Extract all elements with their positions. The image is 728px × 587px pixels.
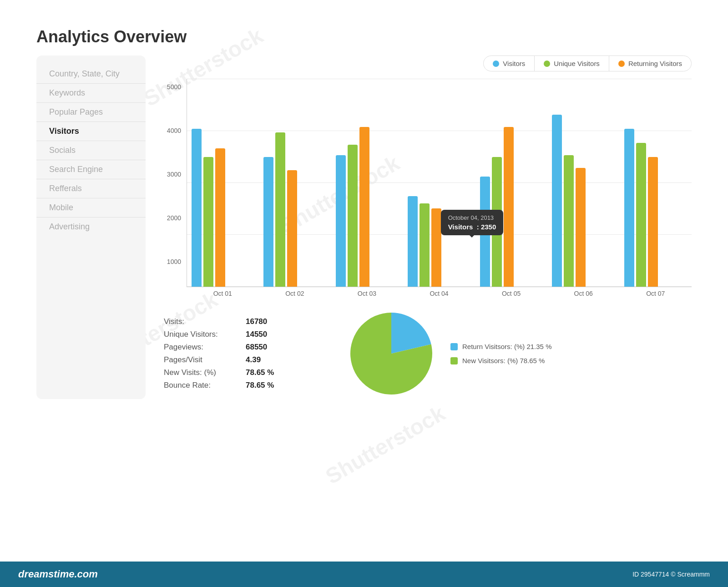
- bar-orange-4: [504, 127, 514, 287]
- pie-legend-item-1: New Visitsors: (%) 78.65 %: [450, 357, 551, 364]
- chart-tooltip: October 04, 2013Visitors : 2350: [441, 210, 504, 235]
- x-label-0: Oct 01: [187, 290, 259, 297]
- legend-label-0: Visitors: [503, 60, 525, 67]
- sidebar-item-popular-pages[interactable]: Popular Pages: [36, 103, 146, 122]
- sidebar-item-visitors[interactable]: Visitors: [36, 122, 146, 141]
- x-label-2: Oct 03: [331, 290, 403, 297]
- stat-label-0: Visits:: [164, 317, 246, 326]
- chart-legend: VisitorsUnique VisitorsReturning Visitor…: [164, 56, 692, 71]
- sidebar-item-country--state--city[interactable]: Country, State, City: [36, 65, 146, 84]
- legend-dot-0: [493, 61, 499, 67]
- pie-chart: [346, 308, 437, 399]
- sidebar-item-socials[interactable]: Socials: [36, 141, 146, 160]
- bar-orange-3: [431, 208, 441, 287]
- bar-group-3: October 04, 2013Visitors : 2350: [403, 196, 475, 287]
- chart-body: October 04, 2013Visitors : 2350 Oct 01Oc…: [187, 79, 692, 297]
- bar-blue-3: [408, 196, 418, 287]
- stat-row-5: Bounce Rate:78.65 %: [164, 381, 318, 390]
- stat-row-4: New Visits: (%)78.65 %: [164, 368, 318, 377]
- bar-group-1: [259, 132, 331, 287]
- bar-blue-5: [552, 115, 562, 287]
- page-title: Analytics Overview: [36, 27, 187, 46]
- bar-group-0: [187, 129, 259, 287]
- footer-bar: dreamstime.com ID 29547714 © Screammm: [0, 562, 728, 587]
- bar-group-6: [620, 129, 692, 287]
- stat-value-3: 4.39: [246, 355, 261, 364]
- bar-blue-1: [263, 157, 273, 287]
- bar-green-1: [275, 132, 285, 287]
- stats-section: Visits:16780Unique Visitors:14550Pagevie…: [164, 308, 692, 399]
- bar-group-2: [331, 127, 403, 287]
- stat-value-0: 16780: [246, 317, 267, 326]
- stat-row-3: Pages/Visit4.39: [164, 355, 318, 364]
- bar-blue-0: [192, 129, 202, 287]
- bar-group-4: [475, 127, 547, 287]
- grid-line: [187, 79, 692, 79]
- footer-right: ID 29547714 © Screammm: [632, 571, 710, 578]
- bar-orange-5: [576, 168, 586, 287]
- y-axis: 50004000300020001000: [164, 83, 187, 265]
- bar-orange-2: [359, 127, 369, 287]
- legend-item-0: Visitors: [484, 56, 535, 71]
- y-label: 1000: [167, 258, 181, 265]
- x-label-3: Oct 04: [403, 290, 475, 297]
- main-container: Analytics Overview Country, State, CityK…: [0, 0, 728, 587]
- bar-chart-wrapper: 50004000300020001000 October 04, 2013Vis…: [164, 79, 692, 297]
- bar-blue-2: [336, 155, 346, 287]
- bar-green-3: [420, 203, 430, 287]
- bar-orange-6: [648, 157, 658, 287]
- x-label-6: Oct 07: [619, 290, 692, 297]
- pie-legend: Return Visitsors: (%) 21.35 %New Visitso…: [450, 343, 551, 364]
- y-label: 5000: [167, 83, 181, 91]
- sidebar: Country, State, CityKeywordsPopular Page…: [36, 56, 146, 399]
- sidebar-item-refferals[interactable]: Refferals: [36, 179, 146, 198]
- bar-green-2: [348, 145, 358, 287]
- stats-table: Visits:16780Unique Visitors:14550Pagevie…: [164, 317, 318, 390]
- bar-orange-0: [215, 148, 225, 287]
- stat-value-2: 68550: [246, 343, 267, 352]
- bars-area: October 04, 2013Visitors : 2350: [187, 79, 692, 287]
- stat-label-3: Pages/Visit: [164, 355, 246, 364]
- y-label: 4000: [167, 127, 181, 134]
- stat-row-2: Pageviews:68550: [164, 343, 318, 352]
- sidebar-item-advertising[interactable]: Advertising: [36, 218, 146, 236]
- bar-group-5: [547, 115, 619, 287]
- legend-label-1: Unique Visitors: [554, 60, 600, 67]
- pie-legend-dot-0: [450, 343, 458, 350]
- stat-value-5: 78.65 %: [246, 381, 274, 390]
- pie-legend-item-0: Return Visitsors: (%) 21.35 %: [450, 343, 551, 350]
- chart-section: VisitorsUnique VisitorsReturning Visitor…: [164, 56, 692, 399]
- legend-label-2: Returning Visitors: [628, 60, 682, 67]
- stat-label-4: New Visits: (%): [164, 368, 246, 377]
- stat-row-1: Unique Visitors:14550: [164, 330, 318, 339]
- sidebar-item-search-engine[interactable]: Search Engine: [36, 160, 146, 179]
- stat-label-2: Pageviews:: [164, 343, 246, 352]
- legend-item-2: Returning Visitors: [609, 56, 691, 71]
- stat-label-5: Bounce Rate:: [164, 381, 246, 390]
- stat-label-1: Unique Visitors:: [164, 330, 246, 339]
- stat-row-0: Visits:16780: [164, 317, 318, 326]
- pie-legend-text-0: Return Visitsors: (%) 21.35 %: [462, 343, 551, 350]
- sidebar-item-mobile[interactable]: Mobile: [36, 198, 146, 218]
- stat-value-4: 78.65 %: [246, 368, 274, 377]
- stat-value-1: 14550: [246, 330, 267, 339]
- bar-green-5: [564, 155, 574, 287]
- bar-green-6: [636, 143, 646, 287]
- legend-dot-1: [544, 61, 550, 67]
- x-labels: Oct 01Oct 02Oct 03Oct 04Oct 05Oct 06Oct …: [187, 290, 692, 297]
- pie-legend-dot-1: [450, 357, 458, 364]
- legend-dot-2: [618, 61, 625, 67]
- y-label: 2000: [167, 214, 181, 222]
- footer-logo: dreamstime.com: [18, 568, 98, 580]
- legend-item-1: Unique Visitors: [535, 56, 609, 71]
- pie-legend-text-1: New Visitsors: (%) 78.65 %: [462, 357, 545, 364]
- bar-blue-6: [624, 129, 634, 287]
- content-row: Country, State, CityKeywordsPopular Page…: [36, 56, 692, 399]
- x-label-1: Oct 02: [259, 290, 331, 297]
- x-label-4: Oct 05: [475, 290, 547, 297]
- sidebar-item-keywords[interactable]: Keywords: [36, 84, 146, 103]
- bar-orange-1: [287, 170, 297, 287]
- y-label: 3000: [167, 171, 181, 178]
- x-label-5: Oct 06: [547, 290, 620, 297]
- pie-section: Return Visitsors: (%) 21.35 %New Visitso…: [346, 308, 551, 399]
